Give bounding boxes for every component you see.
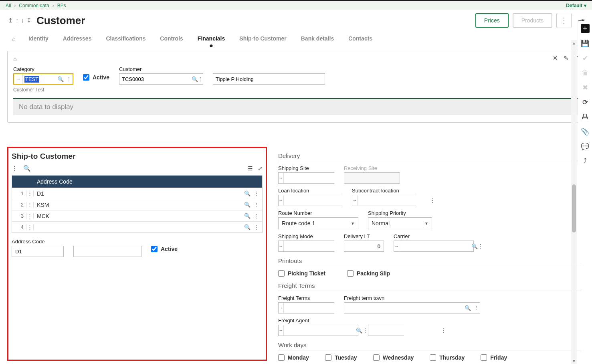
picking-input[interactable] <box>278 270 285 277</box>
row-menu-icon[interactable]: ⋮ <box>26 224 34 230</box>
check-icon[interactable]: ✔ <box>582 54 588 63</box>
search-icon[interactable]: 🔍 <box>471 243 478 249</box>
customer-code-field[interactable] <box>119 74 192 84</box>
crumb-bps[interactable]: BPs <box>57 3 66 8</box>
freight-agent-extra[interactable]: ⋮ <box>368 325 404 336</box>
edit-icon[interactable]: ✎ <box>564 55 569 62</box>
vertical-scrollbar[interactable]: ▲ ▼ <box>571 40 577 364</box>
active-check-input[interactable] <box>83 74 89 81</box>
tab-addresses[interactable]: Addresses <box>61 31 93 46</box>
addr-code-input[interactable] <box>12 246 64 257</box>
workday-input[interactable] <box>373 354 380 361</box>
more-icon[interactable]: ⋮ <box>473 305 480 311</box>
arrow-down-icon[interactable]: ↓ <box>20 16 25 25</box>
default-menu[interactable]: Default ▾ <box>566 3 586 8</box>
tab-financials[interactable]: Financials <box>196 31 226 46</box>
search-icon[interactable]: 🔍 <box>192 76 198 82</box>
row-menu-icon[interactable]: ⋮ <box>26 202 34 208</box>
more-icon[interactable]: ⋮ <box>430 197 435 204</box>
layers-icon[interactable]: ☰ <box>248 165 253 172</box>
tab-shipto[interactable]: Ship-to Customer <box>238 31 288 46</box>
picking-checkbox[interactable]: Picking Ticket <box>278 270 325 277</box>
expand-icon[interactable]: ⤢ <box>258 165 263 172</box>
more-icon[interactable]: ⋮ <box>254 213 259 219</box>
more-icon[interactable]: ⋮ <box>254 190 259 196</box>
freight-agent-input[interactable]: → 🔍 ⋮ <box>278 325 358 336</box>
customer-code-input[interactable]: 🔍 ⋮ <box>119 73 203 85</box>
comment-icon[interactable]: 💬 <box>581 142 589 151</box>
customer-name-field[interactable] <box>213 74 325 84</box>
active-checkbox[interactable]: Active <box>83 74 109 81</box>
addr-active-checkbox[interactable]: Active <box>151 246 178 252</box>
panel-home-icon[interactable]: ⌂ <box>13 55 17 62</box>
search-icon[interactable]: 🔍 <box>244 224 251 230</box>
more-icon[interactable]: ⋮ <box>198 76 204 82</box>
freight-terms-input[interactable]: → 🔍 ⋮ <box>278 302 334 313</box>
more-icon[interactable]: ⋮ <box>254 202 259 208</box>
more-actions-button[interactable]: ⋮ <box>556 13 572 28</box>
workday-checkbox[interactable]: Monday <box>278 354 309 361</box>
products-button[interactable]: Products <box>513 13 552 28</box>
scroll-thumb[interactable] <box>572 184 576 233</box>
workday-checkbox[interactable]: Wednesday <box>373 354 414 361</box>
addr-desc-input[interactable] <box>73 246 141 257</box>
arrow-right-icon[interactable]: → <box>279 241 284 251</box>
arrow-down-out-icon[interactable]: ↧ <box>26 16 32 25</box>
arrow-right-icon[interactable]: → <box>352 195 358 206</box>
tab-classifications[interactable]: Classifications <box>104 31 147 46</box>
carrier-field[interactable] <box>399 241 471 251</box>
tab-controls[interactable]: Controls <box>158 31 185 46</box>
workday-input[interactable] <box>278 354 285 361</box>
trash-icon[interactable]: 🗑 <box>582 69 588 77</box>
arrow-right-icon[interactable]: → <box>279 325 284 336</box>
arrow-right-icon[interactable]: → <box>394 241 399 251</box>
route-select[interactable]: Route code 1 <box>278 217 358 229</box>
tools-icon[interactable]: ✕ <box>553 55 558 62</box>
arrow-right-icon[interactable]: → <box>279 195 284 206</box>
workday-input[interactable] <box>481 354 487 361</box>
ship-site-input[interactable]: → 🔍 ⋮ <box>278 172 334 184</box>
workday-input[interactable] <box>430 354 436 361</box>
refresh-icon[interactable]: ⟳ <box>582 98 588 107</box>
prices-button[interactable]: Prices <box>475 13 509 28</box>
more-icon[interactable]: ⋮ <box>478 243 483 249</box>
attach-icon[interactable]: 📎 <box>581 127 589 136</box>
customer-name-input[interactable] <box>213 73 325 85</box>
scroll-up-icon[interactable]: ▲ <box>571 41 577 45</box>
share-icon[interactable]: ⤴ <box>583 157 587 165</box>
loan-input[interactable]: → ⋮ <box>278 195 342 206</box>
print-icon[interactable]: 🖶 <box>582 113 588 121</box>
workday-checkbox[interactable]: Thursday <box>430 354 465 361</box>
workday-checkbox[interactable]: Tuesday <box>325 354 357 361</box>
crumb-all[interactable]: All <box>6 3 11 8</box>
row-menu-icon[interactable]: ⋮ <box>26 190 34 196</box>
mode-input[interactable]: → 🔍 ⋮ <box>278 241 334 252</box>
more-icon[interactable]: ⋮ <box>362 327 368 334</box>
table-row[interactable]: 4⋮🔍⋮ <box>12 221 262 233</box>
freight-agent-extra-field[interactable] <box>368 325 440 336</box>
workday-input[interactable] <box>325 354 331 361</box>
packing-checkbox[interactable]: Packing Slip <box>347 270 390 277</box>
freight-town-field[interactable] <box>344 303 463 313</box>
table-row[interactable]: 3⋮MCK🔍⋮ <box>12 210 262 221</box>
close-icon[interactable]: ✖ <box>582 83 588 92</box>
col-address-code[interactable]: Address Code <box>34 178 262 185</box>
crumb-common[interactable]: Common data <box>19 3 49 8</box>
add-icon[interactable]: + <box>581 24 590 33</box>
more-icon[interactable]: ⋮ <box>254 224 259 230</box>
search-icon[interactable]: 🔍 <box>244 202 251 208</box>
table-row[interactable]: 2⋮KSM🔍⋮ <box>12 199 262 210</box>
save-icon[interactable]: 💾 <box>581 39 589 48</box>
arrow-up-icon[interactable]: ↑ <box>15 16 20 25</box>
tab-contacts[interactable]: Contacts <box>347 31 374 46</box>
category-input[interactable]: → TEST 🔍 ⋮ <box>13 73 73 85</box>
arrow-right-icon[interactable]: → <box>279 303 284 313</box>
workday-checkbox[interactable]: Friday <box>481 354 507 361</box>
lt-input[interactable] <box>344 241 384 252</box>
search-icon[interactable]: 🔍 <box>463 305 473 311</box>
freight-agent-field[interactable] <box>284 325 356 336</box>
loan-field[interactable] <box>284 195 356 206</box>
subcon-input[interactable]: → ⋮ <box>352 195 416 206</box>
scroll-down-icon[interactable]: ▼ <box>571 359 577 363</box>
subcon-field[interactable] <box>358 195 430 206</box>
